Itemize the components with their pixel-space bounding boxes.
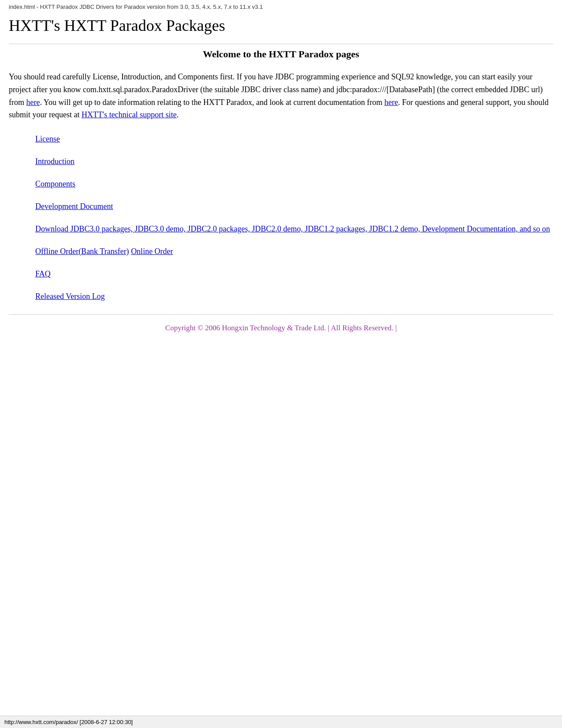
version-log-link[interactable]: Released Version Log — [35, 292, 553, 301]
development-doc-link[interactable]: Development Document — [35, 202, 553, 211]
nav-links: License Introduction Components Developm… — [35, 134, 553, 211]
intro-text-4: . — [177, 110, 179, 119]
here2-link[interactable]: here — [384, 98, 398, 107]
license-link[interactable]: License — [35, 134, 553, 144]
online-order-link[interactable]: Online Order — [131, 247, 173, 256]
faq-section: FAQ Released Version Log — [35, 269, 553, 301]
intro-paragraph: You should read carefully License, Intro… — [9, 71, 553, 121]
order-line: Offline Order(Bank Transfer) Online Orde… — [35, 247, 553, 256]
divider — [9, 44, 553, 44]
download-link[interactable]: Download JDBC3.0 packages, JDBC3.0 demo,… — [35, 224, 553, 234]
copyright-line: Copyright © 2006 Hongxin Technology & Tr… — [9, 324, 553, 332]
page-heading: HXTT's HXTT Paradox Packages — [9, 16, 553, 35]
introduction-link[interactable]: Introduction — [35, 157, 553, 166]
here1-link[interactable]: here — [26, 98, 40, 107]
intro-text-2: . You will get up to date information re… — [40, 98, 384, 107]
status-bar: http://www.hxtt.com/paradox/ [2008-6-27 … — [0, 716, 562, 728]
title-bar: index.html - HXTT Paradox JDBC Drivers f… — [9, 0, 553, 12]
faq-link[interactable]: FAQ — [35, 269, 553, 279]
footer-divider — [9, 314, 553, 315]
offline-order-link[interactable]: Offline Order(Bank Transfer) — [35, 247, 129, 256]
support-link[interactable]: HXTT's technical support site — [82, 110, 177, 119]
components-link[interactable]: Components — [35, 179, 553, 189]
welcome-heading: Welcome to the HXTT Paradox pages — [9, 49, 553, 60]
